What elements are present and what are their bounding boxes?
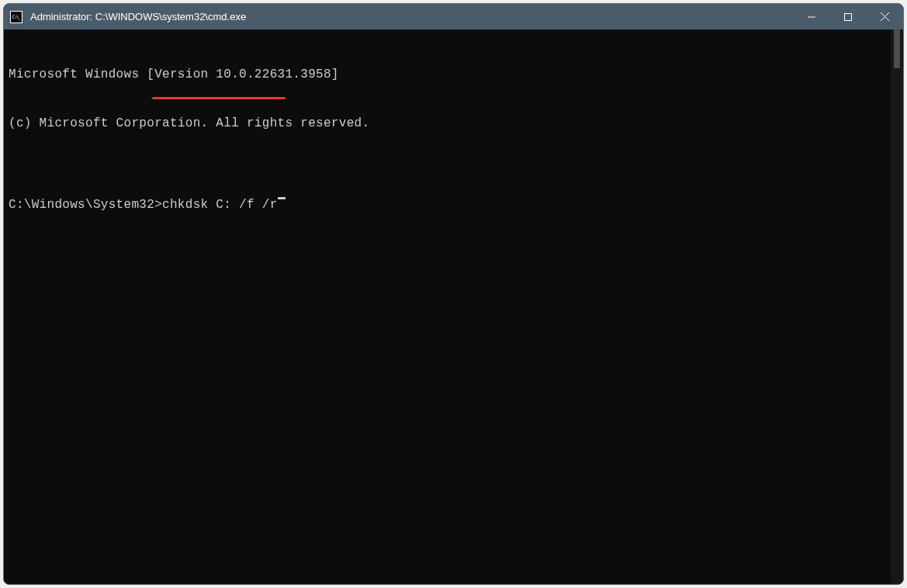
red-underline-annotation xyxy=(152,97,286,99)
minimize-icon xyxy=(808,13,815,21)
titlebar[interactable]: Administrator: C:\WINDOWS\system32\cmd.e… xyxy=(4,4,903,29)
svg-rect-1 xyxy=(844,13,851,20)
cmd-window: Administrator: C:\WINDOWS\system32\cmd.e… xyxy=(3,3,904,585)
scrollbar-thumb[interactable] xyxy=(894,29,900,68)
prompt-text: C:\Windows\System32> xyxy=(9,197,162,213)
vertical-scrollbar[interactable] xyxy=(891,29,903,584)
command-input[interactable]: chkdsk C: /f /r xyxy=(162,197,278,213)
close-icon xyxy=(881,12,889,21)
copyright-line: (c) Microsoft Corporation. All rights re… xyxy=(9,116,891,132)
cmd-icon xyxy=(10,11,23,23)
minimize-button[interactable] xyxy=(793,4,829,29)
maximize-icon xyxy=(844,13,852,21)
titlebar-controls xyxy=(793,4,903,29)
close-button[interactable] xyxy=(866,4,903,29)
terminal-wrap: Microsoft Windows [Version 10.0.22631.39… xyxy=(4,29,903,584)
window-title: Administrator: C:\WINDOWS\system32\cmd.e… xyxy=(30,11,793,22)
prompt-line: C:\Windows\System32>chkdsk C: /f /r xyxy=(9,197,891,213)
maximize-button[interactable] xyxy=(829,4,866,29)
terminal-output[interactable]: Microsoft Windows [Version 10.0.22631.39… xyxy=(4,29,891,584)
version-line: Microsoft Windows [Version 10.0.22631.39… xyxy=(9,67,891,83)
text-cursor xyxy=(278,197,286,199)
